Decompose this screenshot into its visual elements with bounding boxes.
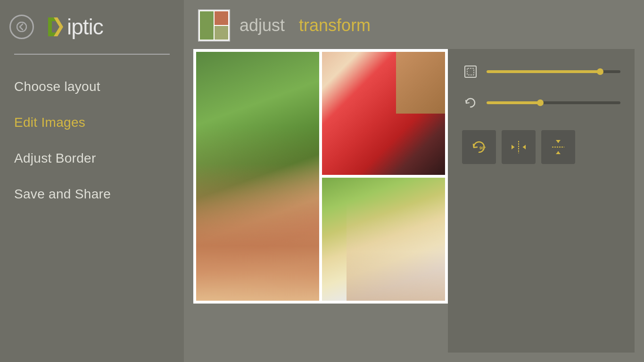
svg-rect-4: [465, 66, 476, 77]
nav-item-choose-layout[interactable]: Choose layout: [14, 69, 170, 105]
photo-cell-woman[interactable]: [196, 52, 319, 301]
svg-point-0: [17, 22, 26, 32]
tab-transform[interactable]: transform: [299, 16, 371, 35]
resize-slider-thumb[interactable]: [597, 68, 603, 75]
tab-adjust[interactable]: adjust: [239, 16, 285, 35]
canvas-area: 90°: [193, 49, 635, 353]
photo-canvas: [193, 49, 448, 304]
flip-vertical-button[interactable]: [541, 130, 575, 164]
resize-slider[interactable]: [487, 70, 620, 73]
rotate-icon: [462, 94, 479, 111]
top-bar: adjust transform: [193, 9, 635, 41]
resize-control-row: [462, 63, 620, 80]
crop-slider-fill: [487, 101, 540, 104]
sidebar-nav: Choose layout Edit Images Adjust Border …: [0, 69, 184, 212]
back-button[interactable]: [9, 15, 34, 39]
logo-icon: [43, 15, 67, 39]
resize-icon: [462, 63, 479, 80]
sidebar-header: iptic: [0, 14, 184, 40]
logo-text: iptic: [67, 14, 103, 40]
thumb-cell-2: [215, 11, 228, 25]
flip-horizontal-button[interactable]: [502, 130, 536, 164]
nav-item-save-share[interactable]: Save and Share: [14, 176, 170, 212]
rotate-control-row: [462, 94, 620, 111]
nav-item-adjust-border[interactable]: Adjust Border: [14, 140, 170, 176]
preview-thumbnail[interactable]: [198, 9, 230, 41]
svg-text:90°: 90°: [479, 146, 486, 150]
sidebar-divider: [14, 54, 170, 55]
photo-cell-boy[interactable]: [322, 178, 445, 301]
transform-buttons: 90°: [462, 130, 620, 164]
main-content: adjust transform: [184, 0, 644, 362]
nav-item-edit-images[interactable]: Edit Images: [14, 105, 170, 140]
thumb-cell-3: [215, 26, 228, 40]
logo: iptic: [43, 14, 103, 40]
top-bar-tabs: adjust transform: [239, 16, 371, 35]
controls-panel: 90°: [448, 49, 635, 353]
resize-slider-fill: [487, 70, 600, 73]
rotate90-button[interactable]: 90°: [462, 130, 496, 164]
sidebar: iptic Choose layout Edit Images Adjust B…: [0, 0, 184, 362]
crop-slider[interactable]: [487, 101, 620, 104]
photo-cell-fruit[interactable]: [322, 52, 445, 175]
svg-rect-5: [467, 68, 474, 75]
thumb-cell-1: [200, 11, 214, 40]
crop-slider-thumb[interactable]: [537, 99, 544, 106]
